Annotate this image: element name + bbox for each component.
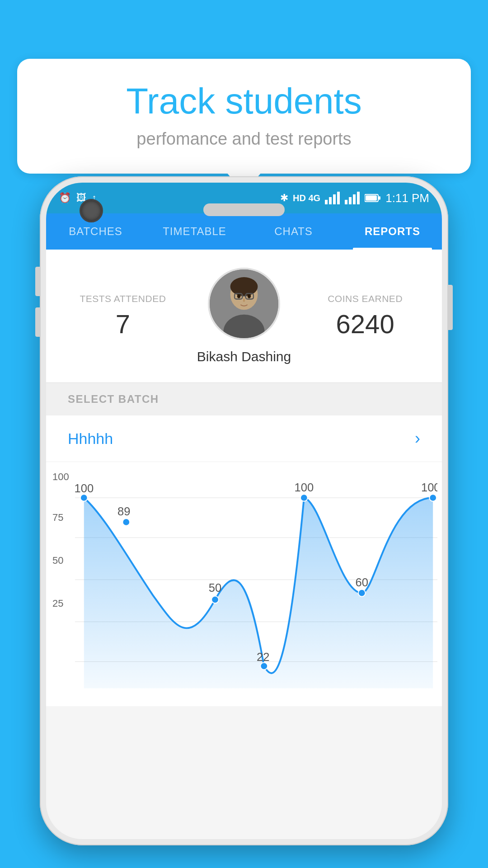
y-label-75: 75 <box>52 512 63 524</box>
student-section: TESTS ATTENDED 7 <box>46 250 442 382</box>
tab-reports[interactable]: REPORTS <box>343 213 442 250</box>
svg-point-30 <box>358 590 366 597</box>
batch-item[interactable]: Hhhhh › <box>46 415 442 462</box>
svg-point-25 <box>80 494 88 501</box>
coins-earned-value: 6240 <box>310 309 420 339</box>
signal-icon <box>325 192 340 204</box>
avatar-image <box>210 268 278 340</box>
tests-attended-value: 7 <box>68 309 178 339</box>
chart-section: 100 75 50 25 <box>46 462 442 706</box>
alarm-icon: ⏰ <box>59 192 71 204</box>
status-time: 1:11 PM <box>385 191 429 205</box>
svg-point-27 <box>211 596 219 604</box>
svg-rect-3 <box>337 192 340 204</box>
svg-point-29 <box>300 494 308 501</box>
svg-rect-9 <box>366 195 377 201</box>
svg-point-26 <box>122 519 130 526</box>
signal-icon-2 <box>345 192 360 204</box>
tab-timetable[interactable]: TIMETABLE <box>145 213 244 250</box>
svg-point-15 <box>237 294 241 298</box>
side-button-vol-up <box>35 267 40 296</box>
select-batch-label: SELECT BATCH <box>68 393 420 406</box>
svg-point-13 <box>230 277 258 296</box>
svg-point-31 <box>429 494 436 501</box>
status-right-icons: ✱ HD 4G <box>280 191 429 205</box>
chevron-right-icon: › <box>415 429 420 448</box>
side-button-vol-down <box>35 307 40 337</box>
screen-content: TESTS ATTENDED 7 <box>46 250 442 706</box>
tests-attended-block: TESTS ATTENDED 7 <box>68 293 178 339</box>
y-label-100: 100 <box>52 471 69 483</box>
nav-tabs: BATCHES TIMETABLE CHATS REPORTS <box>46 213 442 250</box>
avatar-block: Bikash Dashing <box>178 268 310 364</box>
performance-chart: 100 89 50 22 100 60 100 <box>51 476 437 697</box>
tooltip-title: Track students <box>44 81 444 121</box>
avatar <box>208 268 280 340</box>
svg-rect-7 <box>357 192 360 204</box>
bluetooth-icon: ✱ <box>280 192 288 204</box>
y-label-25: 25 <box>52 598 63 609</box>
side-button-power <box>448 285 453 330</box>
svg-text:100: 100 <box>294 481 314 494</box>
phone-camera <box>80 199 103 222</box>
tab-chats[interactable]: CHATS <box>244 213 343 250</box>
tooltip-card: Track students perfomance and test repor… <box>17 59 471 174</box>
svg-text:50: 50 <box>209 581 221 594</box>
svg-text:100: 100 <box>74 482 94 495</box>
tests-attended-label: TESTS ATTENDED <box>68 293 178 304</box>
svg-rect-10 <box>379 196 380 200</box>
svg-rect-2 <box>333 194 336 204</box>
select-batch-header: SELECT BATCH <box>46 383 442 415</box>
phone-mockup: ⏰ 🖼 ↕ ✱ HD 4G <box>40 176 448 868</box>
coins-earned-block: COINS EARNED 6240 <box>310 293 420 339</box>
phone-speaker <box>203 203 285 216</box>
phone-screen: ⏰ 🖼 ↕ ✱ HD 4G <box>46 183 442 839</box>
student-name: Bikash Dashing <box>197 349 291 364</box>
svg-rect-0 <box>325 200 328 204</box>
svg-text:60: 60 <box>356 576 368 589</box>
y-label-50: 50 <box>52 555 63 566</box>
svg-text:22: 22 <box>257 651 269 663</box>
svg-point-28 <box>260 663 267 670</box>
svg-point-16 <box>248 294 251 298</box>
svg-rect-1 <box>329 197 332 204</box>
svg-text:100: 100 <box>421 481 437 494</box>
network-label: HD 4G <box>293 193 320 203</box>
tooltip-subtitle: perfomance and test reports <box>44 129 444 149</box>
svg-rect-4 <box>345 200 347 204</box>
svg-rect-6 <box>353 194 356 204</box>
batch-name: Hhhhh <box>68 430 113 448</box>
battery-icon <box>365 193 381 203</box>
coins-earned-label: COINS EARNED <box>310 293 420 304</box>
phone-outer: ⏰ 🖼 ↕ ✱ HD 4G <box>40 176 448 845</box>
svg-rect-5 <box>349 197 352 204</box>
svg-text:89: 89 <box>117 505 130 518</box>
